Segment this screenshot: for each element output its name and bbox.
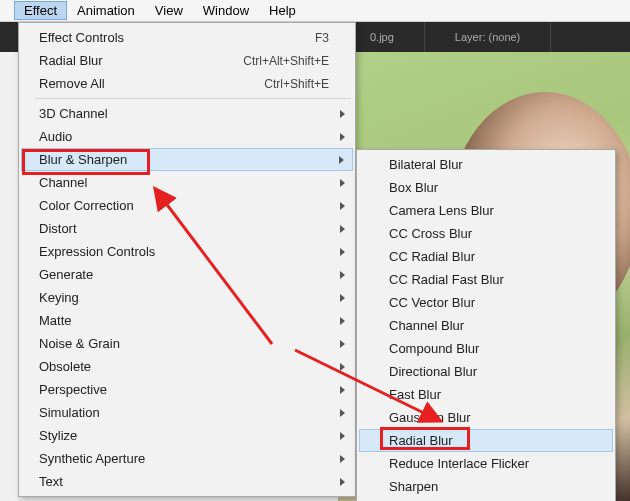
submenu-channel-blur[interactable]: Channel Blur <box>359 314 613 337</box>
menu-label: 3D Channel <box>39 106 343 121</box>
menu-obsolete[interactable]: Obsolete <box>21 355 353 378</box>
submenu-fast-blur[interactable]: Fast Blur <box>359 383 613 406</box>
menu-label: Effect Controls <box>39 30 315 45</box>
menu-label: Channel <box>39 175 343 190</box>
effect-menu: Effect Controls F3 Radial Blur Ctrl+Alt+… <box>18 22 356 497</box>
submenu-gaussian-blur[interactable]: Gaussian Blur <box>359 406 613 429</box>
menu-color-correction[interactable]: Color Correction <box>21 194 353 217</box>
menu-keying[interactable]: Keying <box>21 286 353 309</box>
submenu-arrow-icon <box>339 156 344 164</box>
menu-noise-grain[interactable]: Noise & Grain <box>21 332 353 355</box>
submenu-compound-blur[interactable]: Compound Blur <box>359 337 613 360</box>
submenu-cc-vector-blur[interactable]: CC Vector Blur <box>359 291 613 314</box>
submenu-arrow-icon <box>340 455 345 463</box>
menu-channel[interactable]: Channel <box>21 171 353 194</box>
submenu-reduce-interlace-flicker[interactable]: Reduce Interlace Flicker <box>359 452 613 475</box>
submenu-arrow-icon <box>340 294 345 302</box>
submenu-sharpen[interactable]: Sharpen <box>359 475 613 498</box>
menu-label: Generate <box>39 267 343 282</box>
layer-tab[interactable]: Layer: (none) <box>425 22 551 52</box>
menu-blur-sharpen[interactable]: Blur & Sharpen <box>21 148 353 171</box>
menu-simulation[interactable]: Simulation <box>21 401 353 424</box>
submenu-arrow-icon <box>340 363 345 371</box>
menubar-animation[interactable]: Animation <box>67 1 145 20</box>
submenu-arrow-icon <box>340 225 345 233</box>
menu-distort[interactable]: Distort <box>21 217 353 240</box>
submenu-arrow-icon <box>340 202 345 210</box>
submenu-arrow-icon <box>340 409 345 417</box>
submenu-cc-radial-fast-blur[interactable]: CC Radial Fast Blur <box>359 268 613 291</box>
menu-3d-channel[interactable]: 3D Channel <box>21 102 353 125</box>
menubar-effect[interactable]: Effect <box>14 1 67 20</box>
menu-shortcut: Ctrl+Shift+E <box>264 77 329 91</box>
submenu-arrow-icon <box>340 478 345 486</box>
menu-label: Distort <box>39 221 343 236</box>
menu-label: Perspective <box>39 382 343 397</box>
menu-last-effect[interactable]: Radial Blur Ctrl+Alt+Shift+E <box>21 49 353 72</box>
menubar-window[interactable]: Window <box>193 1 259 20</box>
menu-label: Stylize <box>39 428 343 443</box>
menu-effect-controls[interactable]: Effect Controls F3 <box>21 26 353 49</box>
submenu-camera-lens-blur[interactable]: Camera Lens Blur <box>359 199 613 222</box>
menu-text[interactable]: Text <box>21 470 353 493</box>
menu-audio[interactable]: Audio <box>21 125 353 148</box>
submenu-radial-blur[interactable]: Radial Blur <box>359 429 613 452</box>
menu-stylize[interactable]: Stylize <box>21 424 353 447</box>
menu-label: Audio <box>39 129 343 144</box>
menubar: Effect Animation View Window Help <box>0 0 630 22</box>
submenu-arrow-icon <box>340 386 345 394</box>
menu-shortcut: Ctrl+Alt+Shift+E <box>243 54 329 68</box>
submenu-arrow-icon <box>340 110 345 118</box>
menu-matte[interactable]: Matte <box>21 309 353 332</box>
menu-generate[interactable]: Generate <box>21 263 353 286</box>
menubar-help[interactable]: Help <box>259 1 306 20</box>
submenu-cc-radial-blur[interactable]: CC Radial Blur <box>359 245 613 268</box>
menu-label: Text <box>39 474 343 489</box>
submenu-bilateral-blur[interactable]: Bilateral Blur <box>359 153 613 176</box>
menu-label: Synthetic Aperture <box>39 451 343 466</box>
menu-shortcut: F3 <box>315 31 329 45</box>
menu-synthetic-aperture[interactable]: Synthetic Aperture <box>21 447 353 470</box>
menu-label: Obsolete <box>39 359 343 374</box>
menu-remove-all[interactable]: Remove All Ctrl+Shift+E <box>21 72 353 95</box>
menu-label: Noise & Grain <box>39 336 343 351</box>
menu-label: Keying <box>39 290 343 305</box>
submenu-arrow-icon <box>340 248 345 256</box>
menu-label: Matte <box>39 313 343 328</box>
menu-label: Remove All <box>39 76 264 91</box>
submenu-cc-cross-blur[interactable]: CC Cross Blur <box>359 222 613 245</box>
menubar-view[interactable]: View <box>145 1 193 20</box>
menu-label: Simulation <box>39 405 343 420</box>
submenu-directional-blur[interactable]: Directional Blur <box>359 360 613 383</box>
menu-perspective[interactable]: Perspective <box>21 378 353 401</box>
blur-sharpen-submenu: Bilateral Blur Box Blur Camera Lens Blur… <box>356 149 616 501</box>
submenu-box-blur[interactable]: Box Blur <box>359 176 613 199</box>
menu-expression-controls[interactable]: Expression Controls <box>21 240 353 263</box>
submenu-arrow-icon <box>340 432 345 440</box>
menu-label: Blur & Sharpen <box>39 152 343 167</box>
submenu-arrow-icon <box>340 317 345 325</box>
submenu-arrow-icon <box>340 179 345 187</box>
menu-label: Color Correction <box>39 198 343 213</box>
menu-label: Radial Blur <box>39 53 243 68</box>
submenu-arrow-icon <box>340 133 345 141</box>
menu-separator <box>35 98 351 99</box>
submenu-arrow-icon <box>340 340 345 348</box>
submenu-arrow-icon <box>340 271 345 279</box>
menu-label: Expression Controls <box>39 244 343 259</box>
